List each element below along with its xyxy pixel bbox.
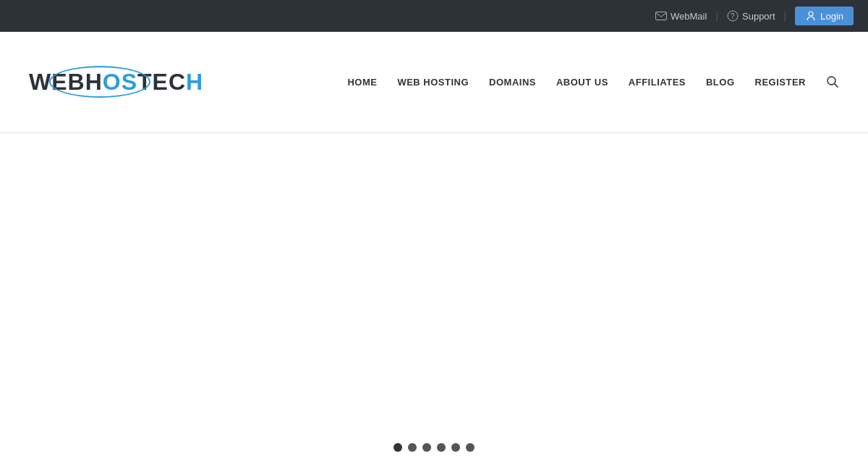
nav-about-us[interactable]: ABOUT US [556,77,608,88]
carousel-dot-6[interactable] [466,443,475,452]
nav-home[interactable]: HOME [347,77,377,88]
webmail-icon [655,10,667,22]
divider: | [715,10,718,22]
nav-register[interactable]: REGISTER [755,77,806,88]
svg-text:?: ? [731,12,735,20]
carousel-dot-3[interactable] [422,443,431,452]
carousel-dot-4[interactable] [437,443,446,452]
support-icon: ? [727,10,739,22]
svg-line-5 [835,84,838,88]
svg-point-3 [809,12,813,16]
svg-rect-0 [656,12,667,20]
top-bar: WebMail | ? Support | Login [0,0,868,32]
divider2: | [784,10,787,22]
logo-h2: H [186,69,203,95]
nav-affiliates[interactable]: AFFILIATES [629,77,686,88]
logo-web: WEB [29,69,85,95]
carousel-dot-5[interactable] [451,443,460,452]
carousel-dots [0,436,868,459]
nav-web-hosting[interactable]: WEB HOSTING [397,77,469,88]
bottom-strip [0,423,868,459]
logo-h: H [85,69,103,95]
carousel-dot-1[interactable] [393,443,402,452]
login-icon [805,10,817,22]
header: WEBHOSTECH HOME WEB HOSTING DOMAINS ABOU… [0,32,868,133]
carousel-dot-2[interactable] [408,443,417,452]
logo[interactable]: WEBHOSTECH [29,70,203,93]
login-button[interactable]: Login [795,7,854,25]
webmail-link[interactable]: WebMail [655,10,707,22]
webmail-label: WebMail [671,11,707,22]
logo-os: OS [103,69,137,95]
main-content-area [0,133,868,423]
search-icon[interactable] [826,75,839,88]
login-label: Login [820,11,843,22]
nav-blog[interactable]: BLOG [706,77,735,88]
support-label: Support [742,11,775,22]
main-nav: HOME WEB HOSTING DOMAINS ABOUT US AFFILI… [347,75,839,88]
logo-tec: TEC [137,69,186,95]
nav-domains[interactable]: DOMAINS [489,77,536,88]
support-link[interactable]: ? Support [727,10,775,22]
